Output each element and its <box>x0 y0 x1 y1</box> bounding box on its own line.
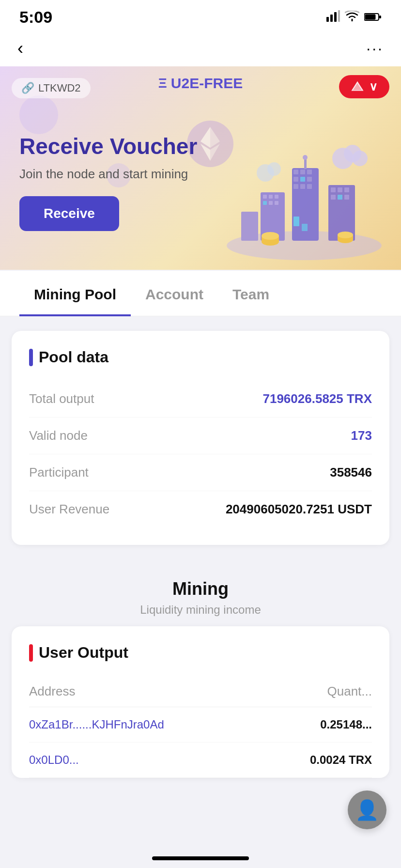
svg-rect-23 <box>300 184 305 189</box>
user-output-card: User Output Address Quant... 0xZa1Br....… <box>12 626 389 778</box>
address-cell-1: 0xZa1Br......KJHFnJra0Ad <box>29 718 164 731</box>
svg-rect-19 <box>293 177 298 182</box>
svg-rect-25 <box>304 158 307 169</box>
avatar-icon: 👤 <box>355 799 379 822</box>
tag-code: LTKWD2 <box>38 82 81 94</box>
svg-point-44 <box>262 232 279 240</box>
tron-button[interactable]: ∨ <box>339 75 389 98</box>
logo-text: U2E-FREE <box>171 75 243 92</box>
svg-rect-54 <box>302 224 308 231</box>
tab-account[interactable]: Account <box>131 271 218 316</box>
svg-rect-18 <box>307 170 312 174</box>
floating-avatar[interactable]: 👤 <box>348 790 386 829</box>
data-row-valid-node: Valid node 173 <box>29 418 372 454</box>
total-output-value: 7196026.5825 TRX <box>262 391 372 406</box>
svg-rect-33 <box>275 201 278 205</box>
table-row: 0xZa1Br......KJHFnJra0Ad 0.25148... <box>29 707 372 743</box>
more-button[interactable]: ··· <box>366 40 384 58</box>
pool-data-section: Pool data Total output 7196026.5825 TRX … <box>0 316 401 559</box>
user-revenue-label: User Revenue <box>29 502 109 517</box>
svg-rect-20 <box>300 177 305 182</box>
svg-rect-35 <box>331 187 336 192</box>
quantity-cell-1: 0.25148... <box>320 718 372 731</box>
address-header: Address <box>29 684 75 699</box>
svg-rect-39 <box>338 195 342 200</box>
nav-bar: ‹ ··· <box>0 31 401 66</box>
svg-rect-5 <box>365 14 376 19</box>
receive-button[interactable]: Receive <box>19 196 119 231</box>
hero-logo: Ξ U2E-FREE <box>158 75 243 92</box>
pool-data-title-text: Pool data <box>39 348 108 366</box>
status-bar: 5:09 <box>0 0 401 31</box>
table-row: 0x0LD0... 0.0024 TRX <box>29 743 372 778</box>
svg-point-50 <box>352 151 368 166</box>
data-row-user-revenue: User Revenue 20490605020.7251 USDT <box>29 491 372 527</box>
svg-rect-0 <box>326 17 329 22</box>
mining-subtitle: Liquidity mining income <box>12 603 389 617</box>
tab-team[interactable]: Team <box>218 271 284 316</box>
mining-header: Mining Liquidity mining income <box>0 559 401 626</box>
logo-symbol: Ξ <box>158 76 167 91</box>
user-revenue-value: 20490605020.7251 USDT <box>226 502 372 517</box>
svg-rect-32 <box>269 201 273 205</box>
bottom-indicator <box>152 856 249 860</box>
svg-rect-24 <box>307 184 312 189</box>
tabs-container: Mining Pool Account Team <box>0 271 401 316</box>
data-row-participant: Participant 358546 <box>29 454 372 491</box>
orb-1 <box>19 95 58 134</box>
svg-rect-31 <box>263 201 267 205</box>
signal-icon <box>326 10 340 25</box>
hero-subtitle: Join the node and start mining <box>19 167 197 182</box>
svg-point-47 <box>338 232 353 238</box>
wifi-icon <box>345 11 359 24</box>
svg-point-26 <box>303 155 308 160</box>
valid-node-value: 173 <box>351 428 372 443</box>
quantity-cell-2: 0.0024 TRX <box>310 753 372 767</box>
svg-rect-21 <box>307 177 312 182</box>
title-bar-red-accent <box>29 644 33 662</box>
user-output-title: User Output <box>29 644 372 662</box>
svg-rect-30 <box>275 195 278 199</box>
user-output-title-text: User Output <box>39 644 128 662</box>
link-icon: 🔗 <box>21 82 34 94</box>
participant-value: 358546 <box>330 465 372 480</box>
mining-title: Mining <box>12 579 389 599</box>
tron-icon <box>351 80 364 93</box>
svg-rect-28 <box>263 195 267 199</box>
svg-rect-29 <box>269 195 273 199</box>
quantity-header: Quant... <box>327 684 372 699</box>
svg-rect-1 <box>330 15 333 22</box>
table-header: Address Quant... <box>29 676 372 707</box>
valid-node-label: Valid node <box>29 428 88 443</box>
hero-text-area: Receive Voucher Join the node and start … <box>19 133 197 231</box>
hero-tag: 🔗 LTKWD2 <box>12 78 91 98</box>
tab-mining-pool[interactable]: Mining Pool <box>19 271 131 316</box>
total-output-label: Total output <box>29 391 94 406</box>
title-bar-accent <box>29 349 33 366</box>
battery-icon <box>364 11 382 24</box>
svg-point-52 <box>267 162 281 176</box>
tron-label: ∨ <box>369 80 378 93</box>
svg-rect-40 <box>344 195 349 200</box>
pool-data-title: Pool data <box>29 348 372 366</box>
svg-rect-41 <box>241 212 258 241</box>
svg-rect-22 <box>293 184 298 189</box>
status-icons <box>326 10 382 25</box>
hero-title: Receive Voucher <box>19 133 197 160</box>
address-cell-2: 0x0LD0... <box>29 753 79 767</box>
participant-label: Participant <box>29 465 89 480</box>
data-row-total-output: Total output 7196026.5825 TRX <box>29 381 372 418</box>
pool-data-card: Pool data Total output 7196026.5825 TRX … <box>12 331 389 545</box>
svg-rect-38 <box>331 195 336 200</box>
back-button[interactable]: ‹ <box>17 38 23 59</box>
city-illustration <box>217 95 391 270</box>
svg-rect-2 <box>334 12 337 22</box>
svg-rect-36 <box>338 187 342 192</box>
status-time: 5:09 <box>19 8 52 27</box>
svg-rect-3 <box>338 10 340 22</box>
hero-banner: 🔗 LTKWD2 Ξ U2E-FREE ∨ Receive Voucher Jo… <box>0 66 401 270</box>
svg-rect-37 <box>344 187 349 192</box>
svg-rect-16 <box>293 170 298 174</box>
svg-rect-17 <box>300 170 305 174</box>
svg-rect-53 <box>293 217 299 226</box>
